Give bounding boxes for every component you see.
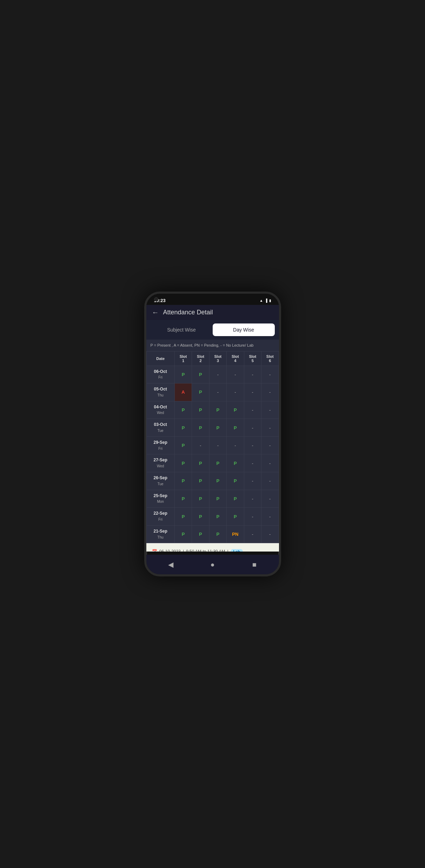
slot-cell-2-0: P: [174, 401, 192, 419]
present-indicator: P: [182, 425, 185, 430]
tab-day-wise[interactable]: Day Wise: [213, 323, 275, 336]
attendance-table-container: Date Slot1 Slot2 Slot3 Slot4 Slot5 Slot6…: [146, 351, 279, 543]
present-indicator: P: [199, 532, 202, 537]
present-indicator: P: [199, 407, 202, 413]
table-row[interactable]: 03-OctTuePPPP--: [146, 419, 279, 437]
table-row[interactable]: 04-OctWedPPPP--: [146, 401, 279, 419]
slot-cell-7-4: -: [244, 490, 261, 508]
no-lecture-indicator: -: [234, 372, 236, 377]
absent-indicator: A: [181, 389, 185, 395]
slot-cell-5-2: P: [209, 454, 226, 472]
slot-cell-2-5: -: [261, 401, 279, 419]
table-row[interactable]: 06-OctFriPP----: [146, 366, 279, 383]
col-header-date: Date: [146, 351, 174, 366]
slot-cell-5-0: P: [174, 454, 192, 472]
no-lecture-indicator: -: [269, 532, 271, 537]
slot-cell-5-1: P: [192, 454, 209, 472]
present-indicator: P: [199, 389, 202, 395]
slot-cell-0-2: -: [209, 366, 226, 383]
no-lecture-indicator: -: [252, 389, 253, 395]
status-icons: [260, 298, 271, 302]
back-button[interactable]: ←: [152, 308, 159, 316]
detail-time: 9:50 AM to 11:30 AM: [186, 549, 225, 552]
col-header-slot3: Slot3: [209, 351, 226, 366]
no-lecture-indicator: -: [252, 496, 253, 501]
present-indicator: P: [217, 514, 220, 519]
nav-home-button[interactable]: ●: [206, 558, 219, 571]
present-indicator: P: [217, 407, 220, 413]
date-cell: 04-OctWed: [146, 401, 174, 419]
nav-back-button[interactable]: ◀: [164, 558, 177, 571]
no-lecture-indicator: -: [217, 443, 219, 448]
date-cell: 05-OctThu: [146, 383, 174, 401]
present-indicator: P: [217, 461, 220, 466]
date-cell: 22-SepFri: [146, 508, 174, 526]
detail-separator1: |: [183, 549, 184, 552]
present-indicator: P: [182, 532, 185, 537]
slot-cell-1-3: -: [227, 383, 244, 401]
no-lecture-indicator: -: [269, 443, 271, 448]
slot-cell-5-3: P: [227, 454, 244, 472]
no-lecture-indicator: -: [234, 389, 236, 395]
slot-cell-8-2: P: [209, 508, 226, 526]
battery-icon: [269, 298, 271, 302]
content-area: Subject Wise Day Wise P = Present , A = …: [146, 320, 279, 552]
nav-recent-button[interactable]: ■: [248, 558, 261, 571]
slot-cell-2-2: P: [209, 401, 226, 419]
slot-cell-6-4: -: [244, 472, 261, 490]
no-lecture-indicator: -: [269, 496, 271, 501]
slot-cell-5-4: -: [244, 454, 261, 472]
present-indicator: P: [182, 514, 185, 519]
table-row[interactable]: 27-SepWedPPPP--: [146, 454, 279, 472]
table-row[interactable]: 05-OctThuAP----: [146, 383, 279, 401]
no-lecture-indicator: -: [269, 461, 271, 466]
slot-cell-9-2: P: [209, 525, 226, 543]
slot-cell-9-3: PN: [227, 525, 244, 543]
present-indicator: P: [182, 407, 185, 413]
slot-cell-4-4: -: [244, 436, 261, 454]
slot-cell-8-0: P: [174, 508, 192, 526]
no-lecture-indicator: -: [252, 514, 253, 519]
table-row[interactable]: 25-SepMonPPPP--: [146, 490, 279, 508]
slot-cell-7-0: P: [174, 490, 192, 508]
slot-cell-4-1: -: [192, 436, 209, 454]
wifi-icon: [260, 298, 263, 302]
slot-cell-8-5: -: [261, 508, 279, 526]
date-cell: 21-SepThu: [146, 525, 174, 543]
table-row[interactable]: 26-SepTuePPPP--: [146, 472, 279, 490]
legend-text: P = Present , A = Absent, PN = Pending, …: [146, 340, 279, 351]
slot-cell-4-3: -: [227, 436, 244, 454]
tab-subject-wise[interactable]: Subject Wise: [151, 323, 213, 336]
no-lecture-indicator: -: [252, 443, 253, 448]
slot-cell-9-0: P: [174, 525, 192, 543]
slot-cell-3-4: -: [244, 419, 261, 437]
table-row[interactable]: 22-SepFriPPPP--: [146, 508, 279, 526]
slot-cell-8-1: P: [192, 508, 209, 526]
slot-cell-5-5: -: [261, 454, 279, 472]
date-cell: 27-SepWed: [146, 454, 174, 472]
table-row[interactable]: 29-SepFriP-----: [146, 436, 279, 454]
present-indicator: P: [199, 496, 202, 501]
slot-cell-2-3: P: [227, 401, 244, 419]
date-cell: 03-OctTue: [146, 419, 174, 437]
present-indicator: P: [217, 478, 220, 483]
present-indicator: P: [199, 514, 202, 519]
slot-cell-6-1: P: [192, 472, 209, 490]
no-lecture-indicator: -: [252, 461, 253, 466]
present-indicator: P: [182, 443, 185, 448]
col-header-slot2: Slot2: [192, 351, 209, 366]
no-lecture-indicator: -: [252, 425, 253, 430]
detail-type-badge: Lab: [231, 549, 243, 552]
col-header-slot5: Slot5: [244, 351, 261, 366]
slot-cell-1-1: P: [192, 383, 209, 401]
slot-cell-1-5: -: [261, 383, 279, 401]
slot-cell-9-1: P: [192, 525, 209, 543]
present-indicator: P: [182, 478, 185, 483]
slot-cell-3-1: P: [192, 419, 209, 437]
present-indicator: P: [217, 496, 220, 501]
present-indicator: P: [199, 478, 202, 483]
present-indicator: P: [182, 461, 185, 466]
table-row[interactable]: 21-SepThuPPPPN--: [146, 525, 279, 543]
col-header-slot6: Slot6: [261, 351, 279, 366]
slot-cell-0-5: -: [261, 366, 279, 383]
